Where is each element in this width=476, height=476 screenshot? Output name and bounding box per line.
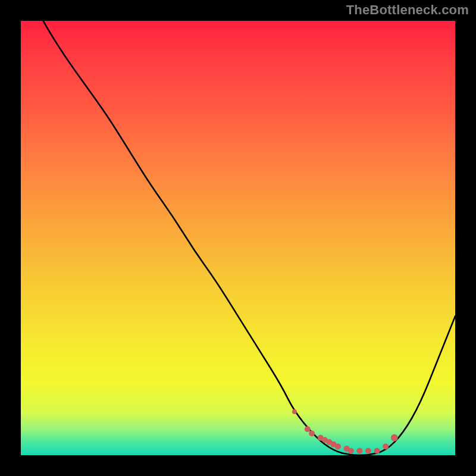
plot-area: [21, 21, 455, 455]
bottleneck-curve: [21, 0, 455, 455]
marker-dot: [391, 434, 398, 441]
marker-dot: [356, 448, 362, 454]
marker-dot: [365, 448, 371, 454]
watermark-text: TheBottleneck.com: [346, 2, 469, 18]
optimal-zone-markers: [292, 409, 398, 454]
marker-dot: [335, 443, 341, 449]
marker-dot: [374, 448, 380, 454]
marker-dot: [292, 409, 297, 414]
chart-frame: TheBottleneck.com: [0, 0, 476, 476]
marker-dot: [383, 443, 389, 449]
marker-dot: [305, 426, 311, 432]
chart-svg: [21, 21, 455, 455]
marker-dot: [309, 431, 315, 437]
marker-dot: [348, 448, 354, 454]
